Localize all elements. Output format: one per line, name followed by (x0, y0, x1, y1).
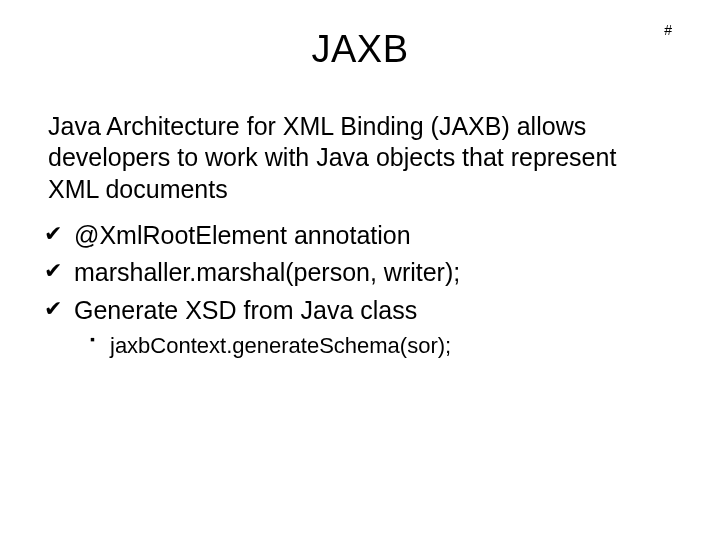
page-marker: # (664, 22, 672, 38)
bullet-item: marshaller.marshal(person, writer); (40, 254, 680, 292)
bullet-list: @XmlRootElement annotation marshaller.ma… (40, 217, 680, 330)
bullet-item: @XmlRootElement annotation (40, 217, 680, 255)
intro-paragraph: Java Architecture for XML Binding (JAXB)… (48, 111, 672, 205)
slide: # JAXB Java Architecture for XML Binding… (0, 0, 720, 540)
sub-bullet-list: jaxbContext.generateSchema(sor); (40, 329, 680, 362)
slide-title: JAXB (40, 28, 680, 71)
sub-bullet-item: jaxbContext.generateSchema(sor); (40, 329, 680, 362)
bullet-item: Generate XSD from Java class (40, 292, 680, 330)
